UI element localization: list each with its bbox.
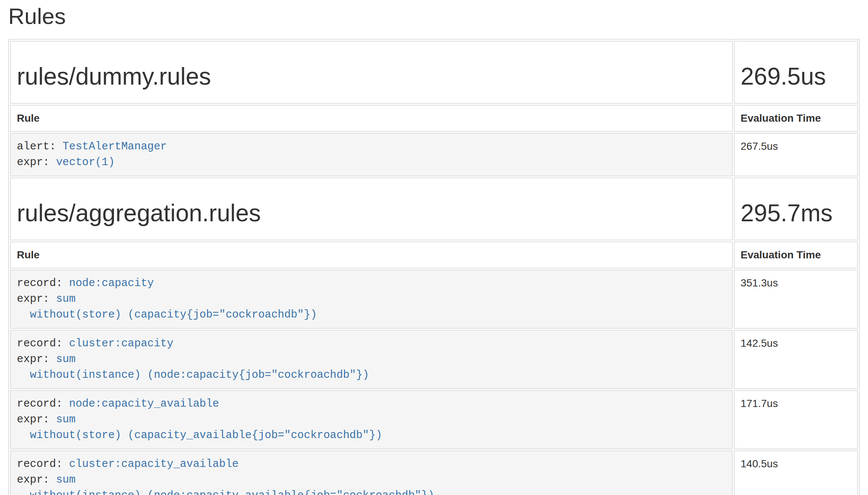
page-title: Rules	[8, 4, 860, 29]
rule-keyword: expr:	[17, 293, 49, 305]
rule-keyword: expr:	[17, 413, 49, 426]
rule-expression-link[interactable]: node:capacity	[69, 277, 154, 289]
rule-keyword: expr:	[17, 474, 49, 486]
rule-keyword: record:	[17, 337, 63, 350]
rule-keyword: expr:	[17, 156, 49, 168]
rules-table: rules/dummy.rules269.5usRuleEvaluation T…	[8, 39, 860, 495]
rule-row: record: cluster:capacity expr: sum witho…	[10, 330, 858, 389]
rule-expression-link[interactable]: without(store) (capacity{job="cockroachd…	[17, 309, 317, 321]
rule-definition: record: node:capacity_available expr: su…	[10, 390, 733, 449]
rule-definition: record: cluster:capacity expr: sum witho…	[10, 330, 733, 389]
rule-expression-link[interactable]: without(instance) (node:capacity_availab…	[17, 489, 434, 495]
rule-expression-link[interactable]: cluster:capacity_available	[69, 458, 238, 470]
rule-group-eval-time: 269.5us	[741, 63, 851, 89]
rule-keyword: alert:	[17, 140, 56, 153]
rule-expression-link[interactable]: without(instance) (node:capacity{job="co…	[17, 369, 369, 381]
rule-eval-time: 351.3us	[734, 270, 858, 329]
rule-expression-link[interactable]: sum	[56, 353, 75, 365]
rule-definition: alert: TestAlertManager expr: vector(1)	[10, 133, 733, 176]
rule-eval-time: 267.5us	[734, 133, 858, 176]
rule-definition: record: node:capacity expr: sum without(…	[10, 270, 733, 329]
column-header-row: RuleEvaluation Time	[10, 242, 858, 268]
rule-keyword: record:	[17, 277, 63, 289]
rule-row: record: cluster:capacity_available expr:…	[10, 450, 858, 495]
rule-eval-time: 140.5us	[734, 450, 858, 495]
column-header-row: RuleEvaluation Time	[10, 105, 858, 132]
rule-group-file-cell: rules/dummy.rules	[10, 41, 733, 104]
rule-group-header-row: rules/dummy.rules269.5us	[10, 41, 858, 104]
rule-expression-link[interactable]: sum	[56, 474, 75, 486]
rule-expression-link[interactable]: TestAlertManager	[63, 140, 167, 153]
rule-expression-link[interactable]: sum	[56, 413, 75, 426]
col-header-eval-time: Evaluation Time	[734, 242, 858, 268]
rule-keyword: record:	[17, 458, 63, 470]
rule-group-eval-time-cell: 269.5us	[734, 41, 858, 104]
rule-row: record: node:capacity_available expr: su…	[10, 390, 858, 449]
col-header-rule: Rule	[10, 242, 733, 268]
rule-eval-time: 142.5us	[734, 330, 858, 389]
rule-group-header-row: rules/aggregation.rules295.7ms	[10, 177, 858, 240]
rule-groups: rules/dummy.rules269.5usRuleEvaluation T…	[10, 41, 858, 495]
rule-group-file: rules/aggregation.rules	[17, 200, 726, 226]
rule-row: alert: TestAlertManager expr: vector(1)2…	[10, 133, 858, 176]
rule-keyword: expr:	[17, 353, 49, 365]
rule-keyword: record:	[17, 398, 63, 410]
rule-expression-link[interactable]: cluster:capacity	[69, 337, 173, 350]
rule-eval-time: 171.7us	[734, 390, 858, 449]
rule-group-file-cell: rules/aggregation.rules	[10, 177, 733, 240]
rule-group-eval-time-cell: 295.7ms	[734, 177, 858, 240]
rule-definition: record: cluster:capacity_available expr:…	[10, 450, 733, 495]
rule-group-eval-time: 295.7ms	[741, 200, 851, 226]
rule-group-file: rules/dummy.rules	[17, 63, 726, 89]
col-header-eval-time: Evaluation Time	[734, 105, 858, 132]
rule-expression-link[interactable]: without(store) (capacity_available{job="…	[17, 429, 382, 441]
rule-expression-link[interactable]: vector(1)	[56, 156, 115, 168]
rule-expression-link[interactable]: node:capacity_available	[69, 398, 219, 410]
col-header-rule: Rule	[10, 105, 733, 132]
rule-expression-link[interactable]: sum	[56, 293, 75, 305]
rule-row: record: node:capacity expr: sum without(…	[10, 270, 858, 329]
